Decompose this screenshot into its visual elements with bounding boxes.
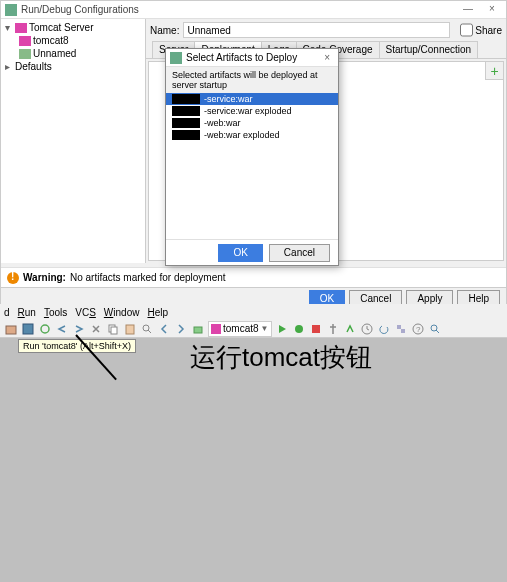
run-config-label: tomcat8 bbox=[223, 323, 259, 334]
artifact-suffix: -web:war bbox=[204, 118, 241, 128]
menu-item[interactable]: Window bbox=[104, 307, 140, 318]
modal-ok-button[interactable]: OK bbox=[218, 244, 262, 262]
copy-icon[interactable] bbox=[106, 322, 120, 336]
svg-rect-14 bbox=[401, 329, 405, 333]
save-icon[interactable] bbox=[21, 322, 35, 336]
svg-point-10 bbox=[295, 325, 303, 333]
svg-rect-13 bbox=[397, 325, 401, 329]
redacted-icon bbox=[172, 118, 200, 128]
name-input[interactable] bbox=[183, 22, 450, 38]
build-icon[interactable] bbox=[191, 322, 205, 336]
forward-icon[interactable] bbox=[174, 322, 188, 336]
tomcat-icon bbox=[19, 49, 31, 59]
help-icon[interactable]: ? bbox=[411, 322, 425, 336]
commit-icon[interactable] bbox=[343, 322, 357, 336]
annotation-label: 运行tomcat按钮 bbox=[190, 340, 372, 375]
tree-item-tomcat8[interactable]: tomcat8 bbox=[3, 34, 143, 47]
chevron-down-icon: ▼ bbox=[261, 324, 269, 333]
tree-defaults[interactable]: ▸ Defaults bbox=[3, 60, 143, 73]
search-icon[interactable] bbox=[428, 322, 442, 336]
artifact-suffix: -web:war exploded bbox=[204, 130, 280, 140]
svg-rect-8 bbox=[194, 327, 202, 333]
name-label: Name: bbox=[150, 25, 179, 36]
run-icon[interactable] bbox=[275, 322, 289, 336]
modal-close-button[interactable]: × bbox=[320, 52, 334, 63]
minimize-button[interactable]: — bbox=[458, 3, 478, 17]
history-icon[interactable] bbox=[360, 322, 374, 336]
artifact-item[interactable]: -service:war bbox=[166, 93, 338, 105]
redacted-icon bbox=[172, 106, 200, 116]
redacted-icon bbox=[172, 130, 200, 140]
chevron-down-icon: ▾ bbox=[5, 22, 13, 33]
modal-cancel-button[interactable]: Cancel bbox=[269, 244, 330, 262]
artifact-item[interactable]: -service:war exploded bbox=[166, 105, 338, 117]
revert-icon[interactable] bbox=[377, 322, 391, 336]
structure-icon[interactable] bbox=[394, 322, 408, 336]
svg-line-7 bbox=[148, 330, 151, 333]
redacted-icon bbox=[172, 94, 200, 104]
window-titlebar: Run/Debug Configurations — × bbox=[1, 1, 506, 19]
modal-title: Select Artifacts to Deploy bbox=[186, 52, 297, 63]
tree-item-unnamed[interactable]: Unnamed bbox=[3, 47, 143, 60]
tree-item-label: tomcat8 bbox=[33, 35, 69, 46]
artifact-item[interactable]: -web:war bbox=[166, 117, 338, 129]
share-checkbox[interactable] bbox=[460, 22, 473, 38]
window-title: Run/Debug Configurations bbox=[21, 4, 139, 15]
svg-line-18 bbox=[436, 330, 439, 333]
warning-bar: Warning: No artifacts marked for deploym… bbox=[1, 267, 506, 287]
svg-rect-5 bbox=[126, 325, 134, 334]
find-icon[interactable] bbox=[140, 322, 154, 336]
tree-defaults-label: Defaults bbox=[15, 61, 52, 72]
config-tree: ▾ Tomcat Server tomcat8 Unnamed ▸ Defaul… bbox=[1, 19, 146, 263]
add-artifact-button[interactable]: + bbox=[485, 62, 503, 80]
run-tooltip: Run 'tomcat8' (Alt+Shift+X) bbox=[18, 339, 136, 353]
svg-rect-9 bbox=[211, 324, 221, 334]
warning-icon bbox=[7, 272, 19, 284]
warning-label: Warning: bbox=[23, 272, 66, 283]
warning-text: No artifacts marked for deployment bbox=[70, 272, 226, 283]
svg-rect-11 bbox=[312, 325, 320, 333]
tomcat-icon bbox=[211, 324, 221, 334]
open-icon[interactable] bbox=[4, 322, 18, 336]
svg-rect-4 bbox=[111, 327, 117, 334]
tree-item-label: Unnamed bbox=[33, 48, 76, 59]
app-icon bbox=[5, 4, 17, 16]
back-icon[interactable] bbox=[157, 322, 171, 336]
menu-item[interactable]: d bbox=[4, 307, 10, 318]
svg-rect-1 bbox=[23, 324, 33, 334]
close-button[interactable]: × bbox=[482, 3, 502, 17]
artifact-suffix: -service:war exploded bbox=[204, 106, 292, 116]
undo-icon[interactable] bbox=[55, 322, 69, 336]
stop-icon[interactable] bbox=[309, 322, 323, 336]
paste-icon[interactable] bbox=[123, 322, 137, 336]
svg-text:?: ? bbox=[416, 325, 421, 334]
run-config-select[interactable]: tomcat8 ▼ bbox=[208, 321, 272, 337]
menu-item[interactable]: Tools bbox=[44, 307, 67, 318]
artifact-list[interactable]: -service:war-service:war exploded-web:wa… bbox=[166, 93, 338, 239]
tomcat-icon bbox=[15, 23, 27, 33]
refresh-icon[interactable] bbox=[38, 322, 52, 336]
tree-root-label: Tomcat Server bbox=[29, 22, 93, 33]
tree-root[interactable]: ▾ Tomcat Server bbox=[3, 21, 143, 34]
artifact-suffix: -service:war bbox=[204, 94, 253, 104]
debug-icon[interactable] bbox=[292, 322, 306, 336]
dialog-icon bbox=[170, 52, 182, 64]
menu-item[interactable]: VCS bbox=[75, 307, 96, 318]
tomcat-icon bbox=[19, 36, 31, 46]
cut-icon[interactable] bbox=[89, 322, 103, 336]
redo-icon[interactable] bbox=[72, 322, 86, 336]
svg-rect-0 bbox=[6, 326, 16, 334]
tab-startup-connection[interactable]: Startup/Connection bbox=[379, 41, 479, 58]
modal-subtitle: Selected artifacts will be deployed at s… bbox=[166, 67, 338, 93]
share-label: Share bbox=[475, 25, 502, 36]
chevron-right-icon: ▸ bbox=[5, 61, 13, 72]
artifact-item[interactable]: -web:war exploded bbox=[166, 129, 338, 141]
menu-item[interactable]: Help bbox=[147, 307, 168, 318]
svg-point-2 bbox=[41, 325, 49, 333]
select-artifacts-dialog: Select Artifacts to Deploy × Selected ar… bbox=[165, 48, 339, 266]
menu-bar: dRunToolsVCSWindowHelp bbox=[0, 304, 507, 320]
menu-item[interactable]: Run bbox=[18, 307, 36, 318]
git-icon[interactable] bbox=[326, 322, 340, 336]
modal-titlebar: Select Artifacts to Deploy × bbox=[166, 49, 338, 67]
